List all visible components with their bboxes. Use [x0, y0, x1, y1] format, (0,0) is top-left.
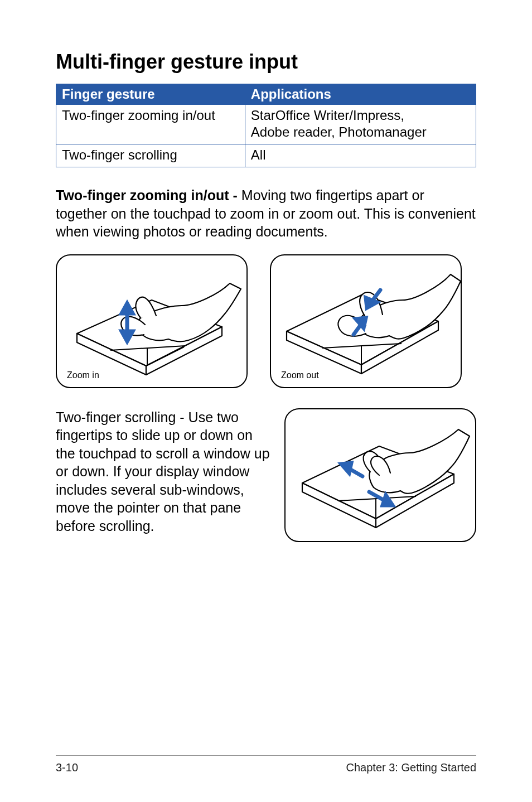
table-header-row: Finger gesture Applications — [56, 84, 476, 105]
zoom-out-caption: Zoom out — [281, 370, 319, 380]
zoom-out-figure: Zoom out — [270, 254, 462, 388]
cell-apps: All — [245, 144, 476, 167]
zoom-out-illustration — [271, 255, 461, 387]
table-row: Two-finger scrolling All — [56, 144, 476, 167]
zoom-figures-row: Zoom in — [56, 254, 476, 388]
scroll-lead: Two-finger scrolling - — [56, 409, 188, 425]
gesture-table: Finger gesture Applications Two-finger z… — [56, 84, 476, 167]
cell-gesture: Two-finger zooming in/out — [56, 105, 245, 144]
scroll-figure — [284, 408, 476, 542]
scroll-illustration — [286, 409, 475, 541]
cell-gesture: Two-finger scrolling — [56, 144, 245, 167]
zoom-lead: Two-finger zooming in/out - — [56, 187, 241, 203]
zoom-in-figure: Zoom in — [56, 254, 248, 388]
page-footer: 3-10 Chapter 3: Getting Started — [56, 755, 476, 774]
zoom-in-illustration — [57, 255, 246, 387]
col-header-apps: Applications — [245, 84, 476, 105]
footer-chapter: Chapter 3: Getting Started — [346, 761, 476, 774]
svg-marker-5 — [122, 303, 133, 313]
footer-page-number: 3-10 — [56, 761, 78, 774]
cell-apps: StarOffice Writer/Impress, Adobe reader,… — [245, 105, 476, 144]
zoom-in-caption: Zoom in — [67, 370, 99, 380]
scroll-paragraph: Two-finger scrolling - Use two fingertip… — [56, 408, 270, 535]
col-header-gesture: Finger gesture — [56, 84, 245, 105]
document-page: Multi-finger gesture input Finger gestur… — [0, 0, 532, 802]
scroll-section: Two-finger scrolling - Use two fingertip… — [56, 408, 476, 542]
page-title: Multi-finger gesture input — [56, 50, 476, 74]
scroll-body: Use two fingertips to slide up or down o… — [56, 409, 270, 534]
table-row: Two-finger zooming in/out StarOffice Wri… — [56, 105, 476, 144]
zoom-paragraph: Two-finger zooming in/out - Moving two f… — [56, 186, 476, 241]
